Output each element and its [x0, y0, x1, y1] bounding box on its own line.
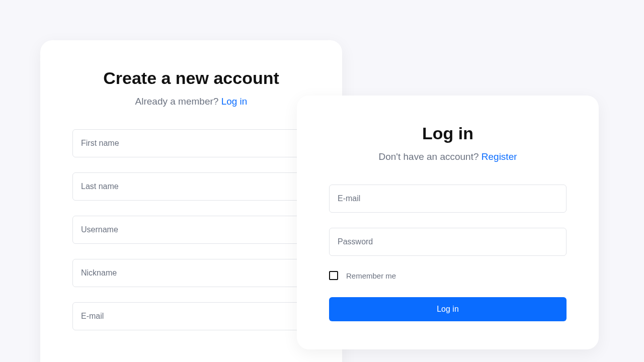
nickname-field[interactable]	[72, 259, 310, 287]
username-field[interactable]	[72, 216, 310, 244]
login-title: Log in	[329, 124, 567, 143]
register-title: Create a new account	[72, 68, 310, 88]
register-subtitle-prefix: Already a member?	[135, 96, 221, 107]
password-field[interactable]	[329, 228, 567, 256]
register-link[interactable]: Register	[481, 151, 517, 162]
login-subtitle-prefix: Don't have an account?	[378, 151, 481, 162]
login-card: Log in Don't have an account? Register R…	[297, 96, 599, 349]
login-button[interactable]: Log in	[329, 297, 567, 321]
remember-label: Remember me	[346, 272, 396, 280]
login-link[interactable]: Log in	[221, 96, 248, 107]
login-email-field[interactable]	[329, 185, 567, 213]
last-name-field[interactable]	[72, 172, 310, 201]
remember-row: Remember me	[329, 271, 567, 280]
register-subtitle: Already a member? Log in	[72, 96, 310, 107]
remember-checkbox[interactable]	[329, 271, 338, 280]
login-subtitle: Don't have an account? Register	[329, 151, 567, 162]
first-name-field[interactable]	[72, 129, 310, 157]
register-email-field[interactable]	[72, 302, 310, 330]
